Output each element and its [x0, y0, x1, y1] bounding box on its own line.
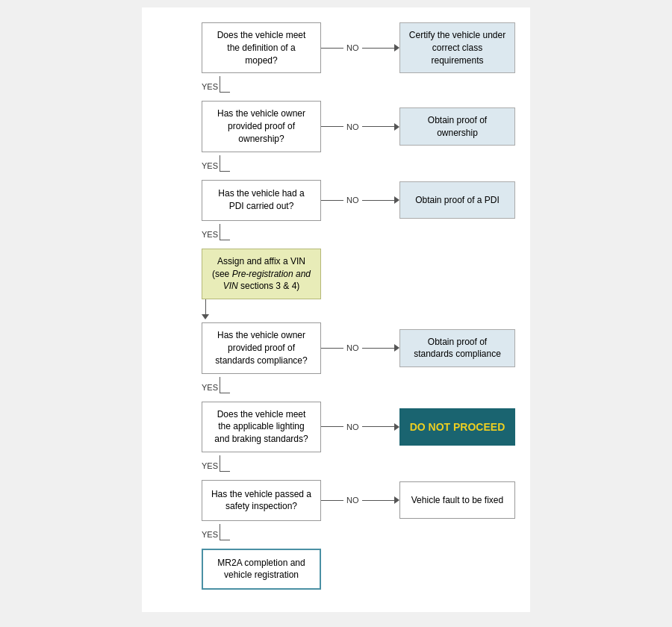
q2-horizontal: Has the vehicle owner provided proof of … — [202, 101, 515, 152]
action-end: MR2A completion and vehicle registration — [202, 549, 321, 590]
connector-q2-no: NO — [321, 122, 399, 131]
line-q2-2 — [362, 126, 395, 127]
arrow-down-vin — [202, 314, 209, 319]
down-arrow-vin — [202, 299, 209, 319]
arrow-q2 — [394, 123, 399, 131]
arrow-q4 — [394, 344, 399, 352]
bracket-q2 — [220, 155, 230, 172]
connector-q6-no: NO — [321, 496, 399, 505]
connector-q5-no: NO — [321, 422, 399, 431]
yes-q2: YES — [202, 152, 230, 178]
yes-q4: YES — [202, 374, 230, 400]
arrow-q5 — [394, 423, 399, 431]
decision-q1: Does the vehicle meet the definition of … — [202, 22, 321, 73]
yes-label-q1: YES — [202, 82, 218, 91]
vert-line-vin — [205, 299, 206, 314]
no-label-q6: NO — [343, 496, 362, 505]
yes-label-q6: YES — [202, 530, 218, 539]
line-q1-1 — [321, 48, 343, 49]
line-q6-2 — [362, 500, 395, 501]
q5-horizontal: Does the vehicle meet the applicable lig… — [202, 402, 515, 452]
arrow-q1 — [394, 44, 399, 52]
no-label-q5: NO — [343, 422, 362, 431]
row-q4: Has the vehicle owner provided proof of … — [202, 322, 515, 373]
yes-label-q2: YES — [202, 161, 218, 170]
line-q3-1 — [321, 200, 343, 201]
yes-q1: YES — [202, 73, 230, 99]
line-q2-1 — [321, 126, 343, 127]
action-a4: Obtain proof of standards compliance — [399, 329, 515, 368]
action-a2: Obtain proof of ownership — [399, 107, 515, 146]
decision-q3: Has the vehicle had a PDI carried out? — [202, 180, 321, 221]
q6-horizontal: Has the vehicle passed a safety inspecti… — [202, 480, 515, 521]
yes-q6: YES — [202, 521, 230, 547]
action-a1: Certify the vehicle under correct class … — [399, 22, 515, 73]
row-q1: Does the vehicle meet the definition of … — [202, 22, 515, 73]
row-q2: Has the vehicle owner provided proof of … — [202, 101, 515, 152]
line-q1-2 — [362, 48, 395, 49]
no-label-q3: NO — [343, 196, 362, 205]
bracket-q1 — [220, 76, 230, 93]
no-label-q2: NO — [343, 122, 362, 131]
vin-text: Assign and affix a VIN(see Pre-registrat… — [210, 255, 313, 293]
yes-label-q3: YES — [202, 230, 218, 239]
row-q5: Does the vehicle meet the applicable lig… — [202, 402, 515, 452]
connector-q1-no: NO — [321, 43, 399, 52]
decision-q4: Has the vehicle owner provided proof of … — [202, 322, 321, 373]
line-q4-1 — [321, 348, 343, 349]
bracket-q5 — [220, 455, 230, 472]
connector-q3-no: NO — [321, 196, 399, 205]
decision-q2: Has the vehicle owner provided proof of … — [202, 101, 321, 152]
no-label-q4: NO — [343, 343, 362, 352]
line-q4-2 — [362, 348, 395, 349]
yes-label-q4: YES — [202, 383, 218, 392]
line-q6-1 — [321, 500, 343, 501]
line-q5-2 — [362, 426, 395, 427]
arrow-q6 — [394, 496, 399, 504]
bracket-q4 — [220, 377, 230, 393]
decision-q6: Has the vehicle passed a safety inspecti… — [202, 480, 321, 521]
line-q5-1 — [321, 426, 343, 427]
q4-horizontal: Has the vehicle owner provided proof of … — [202, 322, 515, 373]
q1-horizontal: Does the vehicle meet the definition of … — [202, 22, 515, 73]
row-q3: Has the vehicle had a PDI carried out? N… — [202, 180, 515, 221]
yes-label-q5: YES — [202, 461, 218, 470]
diagram-wrapper: Does the vehicle meet the definition of … — [142, 7, 530, 612]
bracket-q3 — [220, 224, 230, 240]
arrow-q3 — [394, 196, 399, 204]
action-a6: Vehicle fault to be fixed — [399, 481, 515, 519]
action-a5: DO NOT PROCEED — [399, 408, 515, 446]
action-a3: Obtain proof of a PDI — [399, 181, 515, 219]
q3-horizontal: Has the vehicle had a PDI carried out? N… — [202, 180, 515, 221]
action-vin: Assign and affix a VIN(see Pre-registrat… — [202, 249, 321, 299]
row-q6: Has the vehicle passed a safety inspecti… — [202, 480, 515, 521]
no-label-q1: NO — [343, 43, 362, 52]
yes-q5: YES — [202, 452, 230, 478]
connector-q4-no: NO — [321, 343, 399, 352]
bracket-q6 — [220, 524, 230, 540]
yes-q3: YES — [202, 221, 230, 247]
decision-q5: Does the vehicle meet the applicable lig… — [202, 402, 321, 452]
line-q3-2 — [362, 200, 395, 201]
flow-container: Does the vehicle meet the definition of … — [157, 22, 515, 590]
